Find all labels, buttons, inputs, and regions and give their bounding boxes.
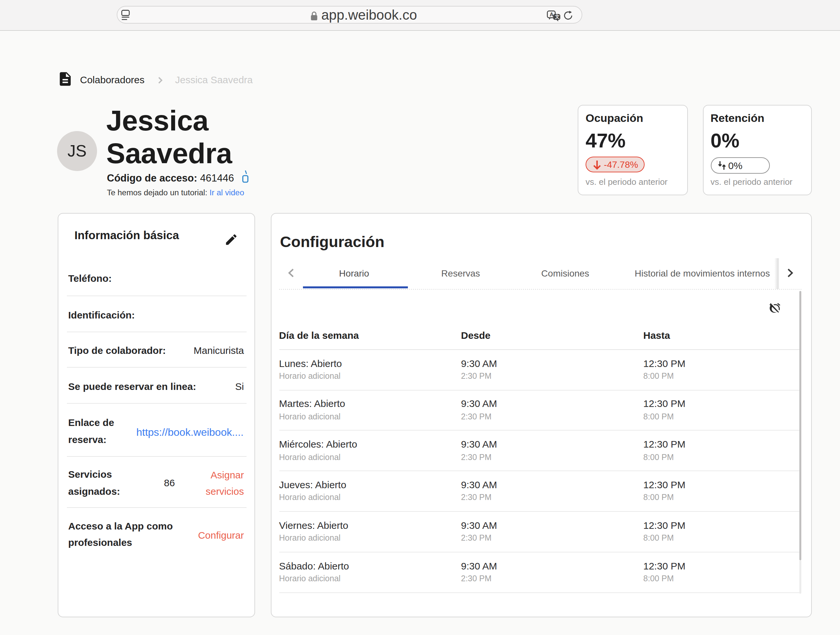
svg-text:文: 文 xyxy=(555,14,560,19)
svg-text:A: A xyxy=(550,11,554,17)
